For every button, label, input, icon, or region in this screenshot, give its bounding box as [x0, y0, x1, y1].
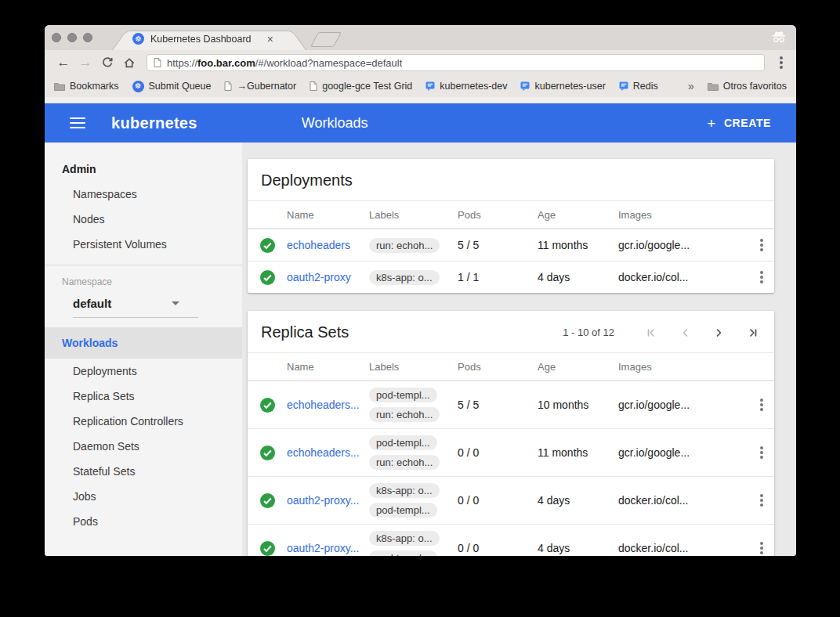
table-row: oauth2-proxy... k8s-app: o... pod-templ.…: [248, 476, 774, 524]
resource-link[interactable]: oauth2-proxy: [287, 271, 369, 283]
images-cell: docker.io/col...: [618, 542, 748, 554]
sidebar-item-stateful-sets[interactable]: Stateful Sets: [45, 459, 242, 484]
bookmark-item[interactable]: →Gubernator: [224, 81, 296, 92]
status-ok-icon: [248, 398, 287, 413]
next-page-icon[interactable]: [711, 325, 727, 341]
column-images: Images: [618, 209, 748, 221]
sidebar-item-deployments[interactable]: Deployments: [45, 359, 242, 384]
row-menu-icon[interactable]: [748, 547, 774, 550]
resource-link[interactable]: oauth2-proxy...: [287, 494, 369, 507]
table-row: echoheaders run: echoh... 5 / 5 11 month…: [248, 229, 774, 261]
bookmark-item[interactable]: kubernetes-user: [520, 81, 605, 92]
bookmark-item[interactable]: Submit Queue: [132, 81, 212, 92]
window-zoom-button[interactable]: [83, 33, 92, 42]
browser-tab[interactable]: Kubernetes Dashboard ×: [112, 27, 306, 50]
sidebar-item-replica-sets[interactable]: Replica Sets: [45, 384, 242, 409]
status-ok-icon: [248, 541, 287, 556]
namespace-value: default: [73, 297, 111, 310]
tab-title: Kubernetes Dashboard: [150, 34, 261, 45]
card-title: Deployments: [261, 171, 353, 189]
incognito-icon: [771, 31, 787, 43]
sidebar-item-daemon-sets[interactable]: Daemon Sets: [45, 434, 242, 459]
chevron-down-icon: [172, 301, 179, 305]
bookmark-item[interactable]: Bookmarks: [54, 81, 119, 92]
pods-cell: 0 / 0: [458, 446, 538, 459]
other-bookmarks-folder[interactable]: Otros favoritos: [708, 81, 787, 92]
previous-page-icon[interactable]: [677, 325, 693, 341]
column-labels: Labels: [369, 361, 458, 373]
url-bar[interactable]: https://foo.bar.com/#/workload?namespace…: [147, 54, 765, 71]
bookmark-item[interactable]: kubernetes-dev: [425, 81, 507, 92]
bookmarks-overflow-icon[interactable]: »: [688, 80, 694, 92]
sidebar-item-replication-controllers[interactable]: Replication Controllers: [45, 409, 242, 434]
column-images: Images: [618, 361, 748, 373]
row-menu-icon[interactable]: [748, 276, 774, 279]
sidebar-section-admin[interactable]: Admin: [45, 157, 242, 182]
sidebar-item-nodes[interactable]: Nodes: [45, 207, 242, 232]
first-page-icon[interactable]: [643, 325, 658, 341]
row-menu-icon[interactable]: [748, 499, 774, 502]
back-icon[interactable]: ←: [54, 53, 73, 72]
folder-icon: [54, 82, 65, 91]
namespace-select[interactable]: default: [73, 297, 198, 318]
home-icon[interactable]: [120, 53, 139, 72]
row-menu-icon[interactable]: [748, 403, 774, 406]
sidebar-item-pods[interactable]: Pods: [45, 509, 242, 534]
images-cell: gcr.io/google...: [618, 446, 748, 459]
reload-icon[interactable]: [98, 53, 117, 72]
sidebar-item-persistent-volumes[interactable]: Persistent Volumes: [45, 232, 242, 257]
browser-toolbar: ← → h: [45, 50, 796, 75]
forward-icon[interactable]: →: [76, 53, 95, 72]
tab-close-icon[interactable]: ×: [267, 33, 273, 45]
table-row: oauth2-proxy k8s-app: o... 1 / 1 4 days …: [248, 261, 774, 293]
browser-window: Kubernetes Dashboard × ← →: [45, 25, 796, 556]
chat-icon: [520, 81, 530, 91]
window-close-button[interactable]: [52, 33, 61, 42]
bookmark-item[interactable]: google-gce Test Grid: [310, 81, 412, 92]
window-minimize-button[interactable]: [67, 33, 77, 42]
namespace-label: Namespace: [45, 276, 242, 287]
column-pods: Pods: [458, 361, 538, 373]
status-ok-icon: [248, 270, 287, 285]
column-age: Age: [538, 361, 618, 373]
label-chip: run: echoh...: [369, 455, 440, 470]
table-row: echoheaders... pod-templ... run: echoh..…: [248, 381, 774, 428]
menu-hamburger-icon[interactable]: [70, 117, 85, 128]
table-row: oauth2-proxy... k8s-app: o... pod-templ.…: [248, 524, 774, 556]
column-age: Age: [538, 209, 618, 221]
pods-cell: 1 / 1: [458, 271, 538, 283]
resource-link[interactable]: oauth2-proxy...: [287, 542, 369, 554]
card-title: Replica Sets: [261, 323, 349, 341]
browser-menu-icon[interactable]: [774, 53, 788, 72]
page-title: Workloads: [302, 115, 368, 132]
last-page-icon[interactable]: [746, 325, 762, 341]
label-chip: k8s-app: o...: [369, 270, 440, 285]
create-button[interactable]: + CREATE: [704, 110, 774, 137]
images-cell: gcr.io/google...: [618, 239, 748, 251]
bookmark-item[interactable]: Redis: [619, 81, 658, 92]
row-menu-icon[interactable]: [748, 451, 774, 454]
app-body: Admin Namespaces Nodes Persistent Volume…: [45, 143, 796, 556]
status-ok-icon: [248, 493, 287, 508]
resource-link[interactable]: echoheaders: [287, 239, 369, 251]
pagination: 1 - 10 of 12: [563, 325, 762, 341]
deployments-card: Deployments Name Labels Pods Age Images: [248, 159, 774, 293]
folder-icon: [708, 82, 719, 91]
label-chip: k8s-app: o...: [369, 531, 440, 546]
row-menu-icon[interactable]: [748, 244, 774, 247]
age-cell: 11 months: [538, 446, 618, 459]
new-tab-button[interactable]: [310, 32, 342, 47]
plus-icon: +: [707, 116, 716, 131]
label-chip: pod-templ...: [369, 388, 437, 402]
sidebar-item-namespaces[interactable]: Namespaces: [45, 182, 242, 207]
images-cell: docker.io/col...: [618, 494, 748, 507]
pods-cell: 0 / 0: [458, 542, 538, 554]
bookmarks-bar: Bookmarks Submit Queue →Gubernator googl…: [45, 75, 796, 97]
sidebar-item-jobs[interactable]: Jobs: [45, 484, 242, 509]
resource-link[interactable]: echoheaders...: [287, 446, 369, 459]
age-cell: 4 days: [538, 542, 618, 554]
replica-sets-card: Replica Sets 1 - 10 of 12: [248, 311, 774, 556]
column-labels: Labels: [369, 209, 458, 221]
sidebar-item-workloads[interactable]: Workloads: [45, 327, 242, 359]
resource-link[interactable]: echoheaders...: [287, 399, 369, 411]
